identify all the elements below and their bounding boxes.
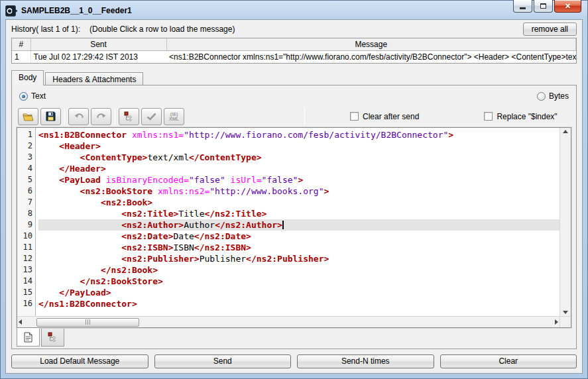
line-number: 11: [17, 242, 32, 253]
scroll-up-icon[interactable]: [563, 130, 568, 133]
line-number: 2: [17, 140, 32, 152]
clear-after-send-label: Clear after send: [363, 112, 419, 121]
check-xml-icon: (!E) XML: [169, 112, 179, 121]
line-number: 9: [17, 219, 32, 231]
history-hint: (Double Click a row to load the message): [89, 25, 235, 34]
titlebar[interactable]: SAMPLEB2B__1_0__Feeder1 ✕: [5, 1, 583, 19]
code-line[interactable]: <ns2:Publisher>Publisher</ns2:Publisher>: [38, 253, 559, 264]
tab-headers-attachments[interactable]: Headers & Attachments: [45, 72, 143, 85]
code-line[interactable]: </PayLoad>: [38, 287, 559, 298]
close-icon: ✕: [565, 3, 571, 10]
undo-button[interactable]: [68, 108, 89, 125]
document-icon: [24, 332, 32, 343]
horizontal-scrollbar[interactable]: [17, 317, 559, 327]
tab-body[interactable]: Body: [11, 70, 44, 85]
replace-index-option[interactable]: Replace "$index": [484, 112, 557, 121]
column-header-message[interactable]: Message: [166, 38, 576, 50]
code-line[interactable]: </ns1:B2BConnector>: [38, 298, 559, 309]
history-label: History( last 1 of 1):: [11, 25, 80, 34]
maximize-button[interactable]: [534, 0, 553, 13]
scroll-right-icon[interactable]: [555, 319, 558, 325]
history-bar: History( last 1 of 1): (Double Click a r…: [6, 20, 582, 38]
line-number: 13: [17, 264, 32, 276]
line-number: 3: [17, 152, 32, 163]
replace-index-label: Replace "$index": [497, 112, 557, 121]
code-line[interactable]: </Header>: [38, 163, 559, 174]
client-area: History( last 1 of 1): (Double Click a r…: [5, 19, 583, 374]
xml-tree-icon: [124, 111, 135, 122]
code-line[interactable]: </ns2:Book>: [38, 264, 559, 276]
code-lines[interactable]: <ns1:B2BConnector xmlns:ns1="http://www.…: [36, 128, 559, 316]
code-line[interactable]: <ns2:Author>Author</ns2:Author>: [38, 219, 559, 231]
line-number: 14: [17, 276, 32, 287]
code-line[interactable]: <ns2:BookStore xmlns:ns2="http://www.boo…: [38, 186, 559, 197]
tab-tree-view[interactable]: [41, 329, 64, 347]
column-header-index[interactable]: #: [12, 38, 30, 50]
line-number: 10: [17, 231, 32, 242]
code-line[interactable]: <ns2:Title>Title</ns2:Title>: [38, 208, 559, 219]
message-tab-zone: Body Headers & Attachments Text Bytes: [11, 70, 577, 349]
bytes-radio[interactable]: Bytes: [537, 91, 569, 101]
line-number: 7: [17, 197, 32, 208]
send-n-times-button[interactable]: Send-N times: [297, 354, 434, 368]
history-table: # Sent Message 1 Tue Jul 02 17:29:42 IST…: [11, 38, 577, 64]
load-default-message-button[interactable]: Load Default Message: [11, 354, 148, 368]
row-message-cell[interactable]: <ns1:B2BConnector xmlns:ns1="http://www.…: [166, 50, 576, 63]
scroll-down-icon[interactable]: [563, 311, 568, 314]
app-window: SAMPLEB2B__1_0__Feeder1 ✕ History( last …: [0, 0, 588, 379]
save-button[interactable]: [40, 108, 61, 125]
text-radio-label: Text: [31, 91, 46, 101]
code-line[interactable]: <ns2:ISBN>ISBN</ns2:ISBN>: [38, 242, 559, 253]
remove-all-button[interactable]: remove all: [523, 23, 577, 36]
feeder-app-icon: [5, 5, 18, 17]
radio-selected-icon: [19, 92, 28, 101]
redo-icon: [96, 113, 107, 121]
validate-button[interactable]: [141, 108, 162, 125]
code-line[interactable]: <Header>: [38, 140, 559, 152]
text-radio[interactable]: Text: [19, 91, 46, 101]
checkbox-icon[interactable]: [484, 112, 493, 121]
clear-button[interactable]: Clear: [440, 354, 577, 368]
window-title: SAMPLEB2B__1_0__Feeder1: [21, 6, 132, 15]
tab-text-view[interactable]: [17, 328, 40, 347]
row-sent-cell[interactable]: Tue Jul 02 17:29:42 IST 2013: [30, 50, 166, 63]
redo-button[interactable]: [91, 108, 111, 125]
open-file-button[interactable]: [18, 108, 38, 125]
bytes-radio-label: Bytes: [549, 91, 569, 101]
code-line[interactable]: <ns2:Date>Date</ns2:Date>: [38, 231, 559, 242]
clear-after-send-option[interactable]: Clear after send: [350, 112, 419, 121]
save-icon: [46, 111, 56, 121]
format-radio-row: Text Bytes: [17, 85, 571, 105]
vertical-scrollbar[interactable]: [559, 128, 571, 316]
check-xml-button[interactable]: (!E) XML: [164, 108, 184, 125]
scroll-left-icon[interactable]: [19, 319, 22, 325]
code-line[interactable]: <ns1:B2BConnector xmlns:ns1="http://www.…: [38, 129, 559, 140]
line-number: 4: [17, 163, 32, 174]
code-line[interactable]: <ContentType>text/xml</ContentType>: [38, 152, 559, 163]
scrollbar-corner: [559, 317, 571, 327]
line-number: 12: [17, 253, 32, 264]
undo-icon: [74, 113, 84, 121]
code-line[interactable]: <ns2:Book>: [38, 197, 559, 208]
toolbar-separator: [64, 109, 65, 125]
radio-unselected-icon: [537, 92, 546, 101]
minimize-button[interactable]: [513, 0, 532, 13]
table-row[interactable]: 1 Tue Jul 02 17:29:42 IST 2013 <ns1:B2BC…: [12, 50, 576, 63]
open-folder-icon: [23, 112, 34, 121]
toolbar-tall-separator: [304, 107, 305, 126]
line-number: 6: [17, 186, 32, 197]
body-panel: Text Bytes: [11, 85, 577, 349]
close-button[interactable]: ✕: [554, 0, 581, 13]
code-line[interactable]: </ns2:BookStore>: [38, 276, 559, 287]
scrollbar-thumb[interactable]: [36, 318, 139, 327]
format-xml-tree-button[interactable]: [119, 108, 139, 125]
xml-editor[interactable]: 12345678910111213141516 <ns1:B2BConnecto…: [17, 127, 571, 328]
send-button[interactable]: Send: [154, 354, 292, 368]
maximize-icon: [540, 3, 546, 9]
row-index-cell[interactable]: 1: [12, 50, 30, 63]
line-number: 16: [17, 298, 32, 309]
column-header-sent[interactable]: Sent: [30, 38, 166, 50]
editor-toolbar: (!E) XML Clear after send Replace "$inde…: [17, 105, 571, 127]
checkbox-icon[interactable]: [350, 112, 359, 121]
code-line[interactable]: <PayLoad isBinaryEncoded="false" isUrl="…: [38, 174, 559, 186]
